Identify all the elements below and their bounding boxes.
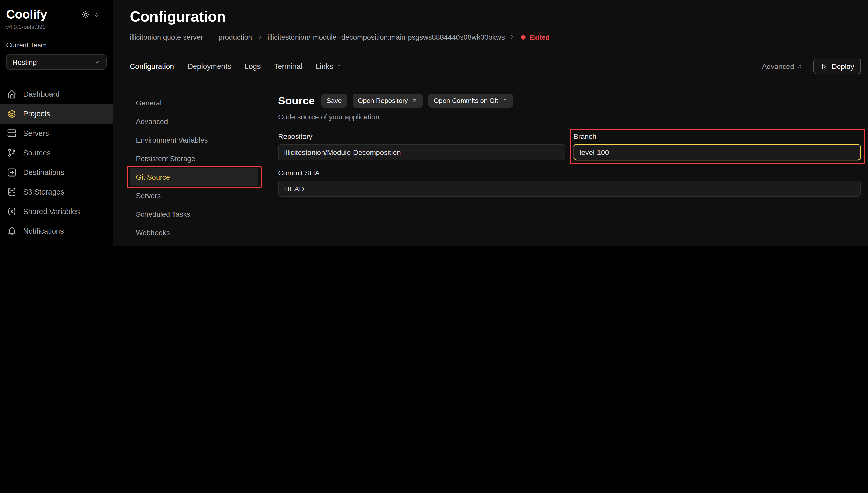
subnav-git-source-label: Git Source xyxy=(136,173,170,181)
home-icon xyxy=(7,89,17,99)
sidebar-header: Coolify v4.0.0-beta.399 Current Team Hos… xyxy=(0,7,113,70)
sun-icon xyxy=(81,10,90,19)
selector-icon xyxy=(93,12,99,18)
branch-field: Branch level-100 xyxy=(573,132,861,160)
theme-switcher[interactable] xyxy=(81,10,99,19)
bell-icon xyxy=(7,226,17,236)
breadcrumb-project[interactable]: illicitonion quote server xyxy=(130,33,203,41)
subnav-advanced[interactable]: Advanced xyxy=(130,112,258,131)
config-subnav: General Advanced Environment Variables P… xyxy=(130,94,258,246)
advanced-toggle[interactable]: Advanced xyxy=(762,62,803,70)
breadcrumb: illicitonion quote server production ill… xyxy=(130,33,868,41)
advanced-label: Advanced xyxy=(762,62,794,70)
team-select-value: Hosting xyxy=(12,58,37,66)
subnav-environment-variables[interactable]: Environment Variables xyxy=(130,131,258,149)
sidebar-item-sources[interactable]: Sources xyxy=(0,143,113,163)
variable-icon xyxy=(7,206,17,217)
sidebar-item-destinations[interactable]: Destinations xyxy=(0,163,113,182)
page-title: Configuration xyxy=(130,8,868,25)
open-repository-label: Open Repository xyxy=(358,97,408,105)
status-badge: Exited xyxy=(521,33,550,41)
server-icon xyxy=(7,128,17,138)
current-team-label: Current Team xyxy=(6,41,107,49)
external-link-icon xyxy=(502,98,508,104)
tab-configuration[interactable]: Configuration xyxy=(130,62,174,70)
source-fields: Repository Branch level-100 Commit SHA xyxy=(278,132,861,197)
tab-deployments[interactable]: Deployments xyxy=(188,62,231,70)
git-branch-icon xyxy=(7,148,17,158)
sidebar-item-dashboard[interactable]: Dashboard xyxy=(0,84,113,104)
projects-stack-icon xyxy=(7,109,17,119)
sidebar-item-label: Destinations xyxy=(23,168,64,176)
sidebar-item-servers[interactable]: Servers xyxy=(0,124,113,143)
breadcrumb-application[interactable]: illicitestonion/-module--decomposition:m… xyxy=(268,33,505,41)
branch-input[interactable]: level-100 xyxy=(573,144,861,160)
sidebar-item-label: Servers xyxy=(23,129,49,137)
sidebar-item-label: Sources xyxy=(23,149,50,157)
coolify-app: Coolify v4.0.0-beta.399 Current Team Hos… xyxy=(0,0,868,246)
sidebar-item-notifications[interactable]: Notifications xyxy=(0,221,113,241)
source-panel-header: Source Save Open Repository Open Commits… xyxy=(278,94,861,108)
text-caret xyxy=(610,148,610,156)
commit-sha-label: Commit SHA xyxy=(278,169,861,177)
source-heading: Source xyxy=(278,94,315,107)
chevron-right-icon xyxy=(509,34,515,40)
repository-input[interactable] xyxy=(278,144,565,160)
subnav-webhooks[interactable]: Webhooks xyxy=(130,223,258,242)
database-icon xyxy=(7,187,17,197)
sidebar-item-label: Shared Variables xyxy=(23,207,80,216)
repository-label: Repository xyxy=(278,132,565,141)
branch-label: Branch xyxy=(573,132,861,141)
subnav-persistent-storage[interactable]: Persistent Storage xyxy=(130,149,258,168)
save-button[interactable]: Save xyxy=(321,94,347,108)
sidebar-item-label: S3 Storages xyxy=(23,188,64,196)
external-link-icon xyxy=(411,98,418,104)
deploy-button[interactable]: Deploy xyxy=(814,59,861,74)
tab-bar: Configuration Deployments Logs Terminal … xyxy=(130,59,868,81)
destination-icon xyxy=(7,167,17,177)
sidebar-item-label: Projects xyxy=(23,110,50,118)
play-icon xyxy=(820,63,828,70)
commit-sha-field: Commit SHA xyxy=(278,169,861,197)
app-logo[interactable]: Coolify xyxy=(6,7,47,22)
deploy-button-label: Deploy xyxy=(832,62,854,70)
breadcrumb-environment[interactable]: production xyxy=(218,33,252,41)
sidebar-nav: Dashboard Projects Servers Sources Desti… xyxy=(0,84,113,246)
main-content: Configuration illicitonion quote server … xyxy=(113,0,868,246)
open-repository-button[interactable]: Open Repository xyxy=(353,94,423,108)
subnav-servers[interactable]: Servers xyxy=(130,186,258,205)
key-icon xyxy=(7,245,17,246)
open-commits-label: Open Commits on Git xyxy=(434,97,498,105)
subnav-git-source[interactable]: Git Source xyxy=(130,168,258,186)
chevron-right-icon xyxy=(257,34,263,40)
team-select[interactable]: Hosting xyxy=(6,54,107,70)
configuration-content: General Advanced Environment Variables P… xyxy=(130,94,868,246)
tab-terminal[interactable]: Terminal xyxy=(274,62,302,70)
sidebar: Coolify v4.0.0-beta.399 Current Team Hos… xyxy=(0,0,113,246)
status-dot xyxy=(521,35,526,39)
repository-field: Repository xyxy=(278,132,565,160)
sidebar-item-keys-tokens[interactable]: Keys & Tokens xyxy=(0,241,113,246)
sidebar-item-projects[interactable]: Projects xyxy=(0,104,113,124)
sidebar-item-label: Dashboard xyxy=(23,90,60,98)
subnav-preview-deployments[interactable]: Preview Deployments xyxy=(130,242,258,246)
chevron-down-icon xyxy=(94,59,100,65)
tab-links[interactable]: Links xyxy=(316,62,342,70)
branch-input-value: level-100 xyxy=(580,148,609,156)
chevron-right-icon xyxy=(208,34,214,40)
app-version: v4.0.0-beta.399 xyxy=(6,24,107,30)
tab-bar-actions: Advanced Deploy xyxy=(762,59,861,74)
tab-links-label: Links xyxy=(316,62,333,70)
open-commits-button[interactable]: Open Commits on Git xyxy=(429,94,513,108)
sidebar-item-label: Notifications xyxy=(23,227,64,235)
source-panel: Source Save Open Repository Open Commits… xyxy=(278,94,868,246)
selector-icon xyxy=(797,63,803,70)
status-label: Exited xyxy=(529,33,550,41)
sidebar-item-shared-variables[interactable]: Shared Variables xyxy=(0,202,113,221)
commit-sha-input[interactable] xyxy=(278,180,861,197)
selector-icon xyxy=(336,63,342,70)
subnav-scheduled-tasks[interactable]: Scheduled Tasks xyxy=(130,205,258,223)
subnav-general[interactable]: General xyxy=(130,94,258,112)
sidebar-item-s3-storages[interactable]: S3 Storages xyxy=(0,182,113,202)
tab-logs[interactable]: Logs xyxy=(245,62,261,70)
